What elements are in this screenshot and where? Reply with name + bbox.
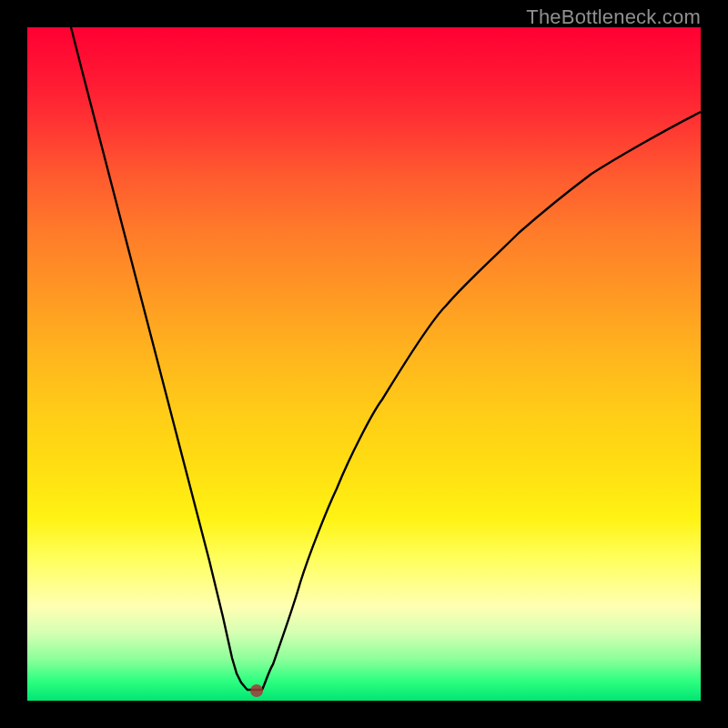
- watermark-text: TheBottleneck.com: [526, 5, 701, 29]
- bottleneck-curve: [27, 27, 701, 701]
- chart-frame: TheBottleneck.com: [0, 0, 728, 728]
- minimum-marker: [250, 684, 263, 697]
- curve-path: [71, 27, 701, 690]
